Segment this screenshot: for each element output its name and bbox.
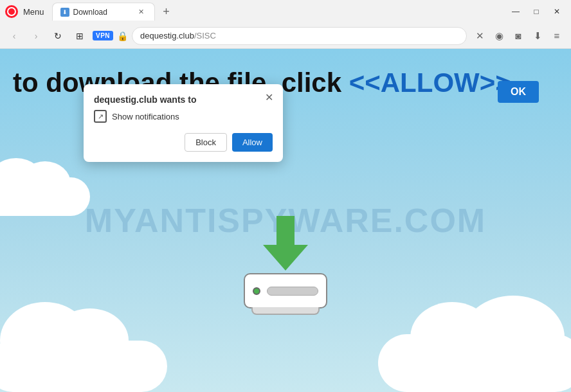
url-bar[interactable]: dequestig.club/SISC	[132, 27, 467, 45]
ok-button[interactable]: OK	[498, 81, 539, 103]
window-controls: — □ ✕	[507, 3, 566, 21]
lock-icon: 🔒	[117, 31, 128, 41]
popup-title: dequestig.club wants to	[94, 94, 273, 105]
arrow-head	[263, 245, 308, 271]
webpage: MYANTISPYWARE.COM to download the file, …	[0, 49, 571, 392]
title-bar: Menu ⬇ Download ✕ + — □ ✕	[0, 0, 571, 23]
new-tab-button[interactable]: +	[158, 3, 176, 21]
notification-icon	[94, 110, 107, 123]
active-tab[interactable]: ⬇ Download ✕	[52, 3, 155, 21]
vpn-badge[interactable]: VPN	[93, 31, 113, 40]
tabs-button[interactable]: ⊞	[71, 27, 89, 45]
close-button[interactable]: ✕	[548, 3, 566, 21]
hard-drive	[244, 273, 327, 308]
opera-logo	[5, 5, 18, 18]
toolbar-icons: ✕ ◉ ◙ ⬇ ≡	[471, 27, 566, 45]
url-path: /SISC	[194, 31, 216, 40]
arrow-body	[276, 216, 295, 245]
url-domain: dequestig.club	[140, 31, 194, 40]
popup-buttons: Block Allow	[94, 133, 273, 152]
popup-notification-text: Show notifications	[112, 112, 179, 121]
hdd-led	[253, 287, 260, 295]
forward-button[interactable]: ›	[27, 27, 45, 45]
popup-close-button[interactable]: ✕	[261, 89, 276, 105]
allow-button[interactable]: Allow	[232, 133, 273, 152]
menu-icon[interactable]: ≡	[548, 27, 566, 45]
download-icon[interactable]: ⬇	[529, 27, 547, 45]
main-text-allow: <<ALLOW>>	[349, 67, 511, 98]
browser-frame: Menu ⬇ Download ✕ + — □ ✕ ‹ › ↻ ⊞ VPN 🔒 …	[0, 0, 571, 392]
wallet-icon[interactable]: ◉	[490, 27, 508, 45]
download-illustration	[244, 216, 327, 308]
tab-bar: ⬇ Download ✕ +	[52, 3, 502, 21]
hdd-base	[251, 307, 320, 315]
tab-label: Download	[73, 8, 107, 17]
cloud-left	[0, 177, 90, 216]
maximize-button[interactable]: □	[527, 3, 545, 21]
hdd-slot	[267, 287, 318, 296]
tab-favicon: ⬇	[60, 8, 69, 17]
notification-popup: ✕ dequestig.club wants to Show notificat…	[84, 84, 283, 162]
block-button[interactable]: Block	[185, 133, 227, 152]
tab-close-button[interactable]: ✕	[136, 7, 147, 17]
back-button[interactable]: ‹	[5, 27, 23, 45]
extensions-icon[interactable]: ◙	[509, 27, 527, 45]
cloud-bottom-right	[378, 334, 571, 392]
address-bar: ‹ › ↻ ⊞ VPN 🔒 dequestig.club/SISC ✕ ◉ ◙ …	[0, 23, 571, 49]
minimize-button[interactable]: —	[507, 3, 525, 21]
clear-icon[interactable]: ✕	[471, 27, 489, 45]
popup-content: Show notifications	[94, 110, 273, 123]
menu-label[interactable]: Menu	[23, 7, 44, 17]
reload-button[interactable]: ↻	[49, 27, 67, 45]
cloud-bottom-left	[0, 341, 167, 392]
